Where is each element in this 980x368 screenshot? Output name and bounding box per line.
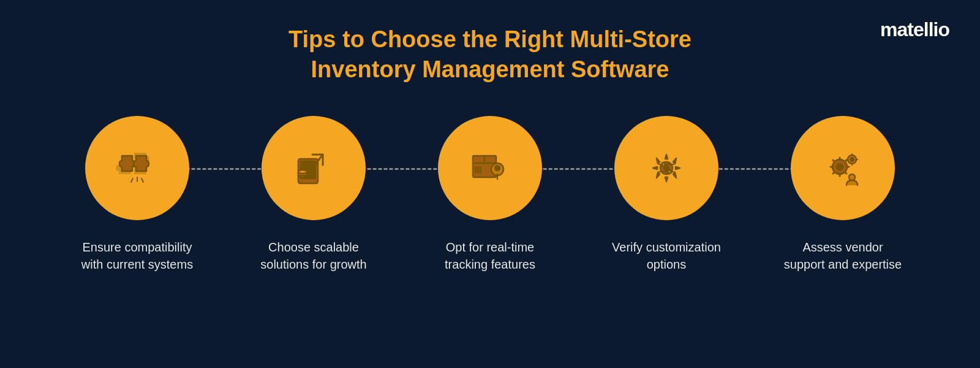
tips-row: Ensure compatibility with current system… bbox=[0, 116, 980, 273]
tip-vendor: Assess vendor support and expertise bbox=[755, 116, 931, 273]
svg-line-33 bbox=[845, 160, 846, 161]
tip-scalable-circle bbox=[262, 116, 366, 220]
title-line1: Tips to Choose the Right Multi-Store bbox=[288, 26, 692, 52]
tip-compatibility: Ensure compatibility with current system… bbox=[49, 116, 225, 273]
svg-line-31 bbox=[833, 160, 834, 161]
tip-customization: Verify customization options bbox=[578, 116, 755, 273]
tip-compatibility-circle bbox=[85, 116, 189, 220]
tip-customization-label: Verify customization options bbox=[605, 239, 728, 273]
svg-point-22 bbox=[662, 163, 665, 166]
puzzle-icon bbox=[113, 144, 162, 193]
page-title: Tips to Choose the Right Multi-Store Inv… bbox=[288, 25, 692, 85]
svg-line-32 bbox=[845, 172, 846, 174]
svg-line-34 bbox=[833, 172, 834, 174]
svg-point-26 bbox=[837, 164, 843, 170]
main-container: matellio Tips to Choose the Right Multi-… bbox=[0, 0, 980, 368]
svg-line-1 bbox=[131, 178, 133, 182]
tip-tracking: Opt for real-time tracking features bbox=[402, 116, 578, 273]
svg-line-2 bbox=[141, 178, 143, 182]
logo-text: matellio bbox=[880, 18, 949, 40]
tracking-icon bbox=[466, 144, 514, 193]
vendor-icon bbox=[818, 144, 867, 193]
svg-point-17 bbox=[495, 166, 500, 171]
tip-vendor-circle bbox=[791, 116, 895, 220]
settings-icon bbox=[642, 144, 691, 193]
tip-tracking-circle bbox=[438, 116, 542, 220]
growth-icon bbox=[289, 144, 338, 193]
tip-scalable-label: Choose scalable solutions for growth bbox=[252, 239, 375, 273]
svg-point-36 bbox=[850, 158, 854, 161]
title-line2: Inventory Management Software bbox=[311, 56, 669, 82]
svg-point-41 bbox=[849, 174, 855, 180]
tip-scalable: Choose scalable solutions for growth bbox=[225, 116, 402, 273]
tip-customization-circle bbox=[614, 116, 718, 220]
tip-compatibility-label: Ensure compatibility with current system… bbox=[76, 239, 198, 273]
svg-point-24 bbox=[668, 170, 671, 174]
header: Tips to Choose the Right Multi-Store Inv… bbox=[288, 25, 692, 85]
tip-vendor-label: Assess vendor support and expertise bbox=[782, 239, 904, 273]
tip-tracking-label: Opt for real-time tracking features bbox=[429, 239, 551, 273]
svg-point-8 bbox=[298, 170, 307, 174]
logo: matellio bbox=[880, 18, 949, 41]
